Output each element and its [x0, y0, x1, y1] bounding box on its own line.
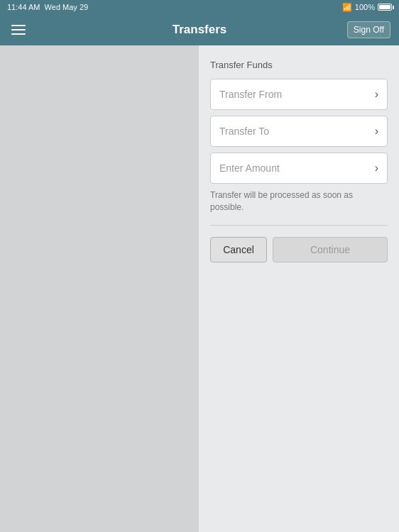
divider: [210, 225, 388, 226]
transfer-from-label: Transfer From: [219, 89, 282, 100]
menu-button[interactable]: [9, 22, 28, 38]
main-layout: Transfer Funds Transfer From › Transfer …: [0, 45, 399, 532]
action-buttons: Cancel Continue: [210, 237, 388, 262]
transfer-from-field[interactable]: Transfer From ›: [210, 79, 388, 110]
continue-button: Continue: [273, 237, 388, 262]
status-time-date: 11:44 AM Wed May 29: [7, 3, 88, 11]
chevron-right-icon: ›: [375, 125, 378, 138]
cancel-button[interactable]: Cancel: [210, 237, 267, 262]
sidebar-area: [0, 45, 199, 532]
transfer-to-field[interactable]: Transfer To ›: [210, 116, 388, 147]
app-header: Transfers Sign Off: [0, 14, 399, 45]
content-panel: Transfer Funds Transfer From › Transfer …: [199, 45, 399, 532]
info-text: Transfer will be processed as soon as po…: [210, 189, 388, 214]
status-bar: 11:44 AM Wed May 29 📶 100%: [0, 0, 399, 14]
chevron-right-icon: ›: [375, 162, 378, 174]
enter-amount-field[interactable]: Enter Amount ›: [210, 153, 388, 184]
page-title: Transfers: [173, 23, 227, 37]
enter-amount-label: Enter Amount: [219, 162, 280, 174]
wifi-icon: 📶: [342, 3, 352, 12]
section-title: Transfer Funds: [210, 60, 388, 70]
battery-percent: 100%: [355, 3, 375, 11]
chevron-right-icon: ›: [375, 88, 378, 101]
sign-off-button[interactable]: Sign Off: [347, 21, 390, 38]
battery-icon: [378, 4, 392, 11]
status-indicators: 📶 100%: [342, 3, 392, 12]
transfer-to-label: Transfer To: [219, 126, 269, 137]
